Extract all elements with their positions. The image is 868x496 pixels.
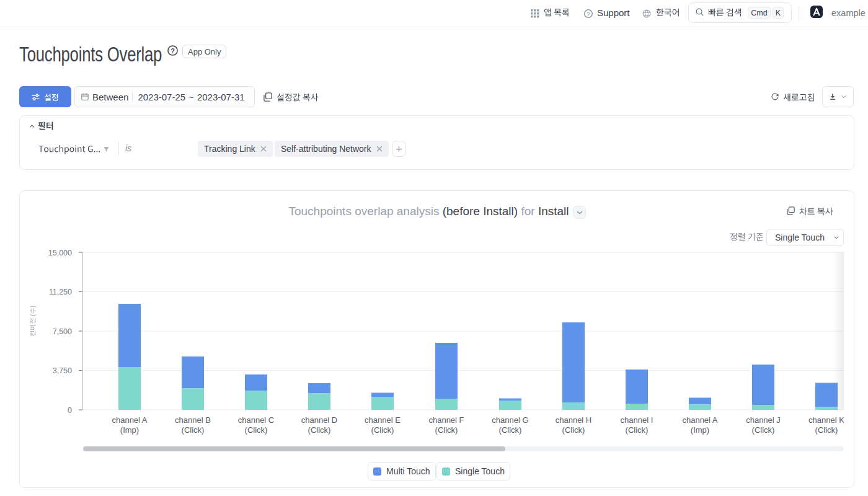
- svg-text:15,000: 15,000: [48, 249, 72, 257]
- svg-text:channel I: channel I: [621, 415, 653, 425]
- svg-text:(Click): (Click): [308, 425, 331, 435]
- svg-text:(Click): (Click): [182, 425, 205, 435]
- svg-text:(Imp): (Imp): [120, 425, 139, 435]
- svg-text:(Imp): (Imp): [691, 425, 709, 435]
- svg-text:3,750: 3,750: [53, 366, 72, 375]
- svg-text:(Click): (Click): [752, 425, 775, 435]
- svg-text:channel F: channel F: [428, 415, 464, 425]
- svg-text:channel J: channel J: [746, 415, 781, 425]
- svg-text:channel D: channel D: [301, 415, 338, 425]
- svg-text:(Click): (Click): [499, 425, 522, 435]
- svg-text:channel C: channel C: [238, 415, 275, 425]
- svg-text:11,250: 11,250: [49, 288, 72, 296]
- svg-text:(Click): (Click): [245, 425, 268, 435]
- svg-text:channel K: channel K: [808, 415, 844, 425]
- svg-text:(Click): (Click): [815, 425, 838, 435]
- svg-text:?: ?: [587, 11, 590, 17]
- svg-text:(Click): (Click): [626, 425, 649, 435]
- svg-text:channel A: channel A: [682, 415, 717, 425]
- svg-text:channel H: channel H: [556, 415, 592, 425]
- svg-text:?: ?: [170, 47, 175, 55]
- svg-text:(Click): (Click): [562, 425, 585, 435]
- svg-text:channel E: channel E: [365, 415, 401, 425]
- svg-text:channel A: channel A: [112, 415, 147, 425]
- svg-text:channel G: channel G: [492, 415, 528, 425]
- svg-text:(Click): (Click): [371, 425, 394, 435]
- svg-text:channel B: channel B: [175, 415, 211, 425]
- svg-text:(Click): (Click): [435, 425, 458, 435]
- svg-text:0: 0: [68, 406, 72, 415]
- svg-text:7,500: 7,500: [53, 327, 72, 336]
